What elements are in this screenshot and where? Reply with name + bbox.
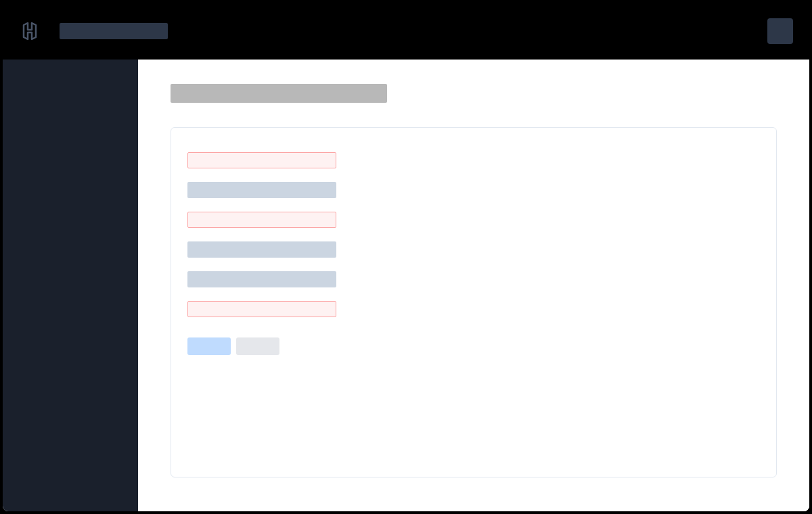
sidebar bbox=[3, 60, 138, 511]
form-field-error[interactable] bbox=[187, 301, 336, 317]
form-rows bbox=[187, 152, 760, 317]
menu-button[interactable] bbox=[767, 18, 793, 44]
page-title bbox=[171, 84, 387, 103]
header bbox=[3, 3, 809, 60]
form-card bbox=[171, 127, 777, 477]
form-field[interactable] bbox=[187, 182, 336, 198]
form-field[interactable] bbox=[187, 271, 336, 287]
header-left bbox=[19, 20, 168, 42]
body bbox=[3, 60, 809, 511]
button-row bbox=[187, 337, 760, 355]
hashicorp-logo-icon[interactable] bbox=[19, 20, 41, 42]
primary-button[interactable] bbox=[187, 337, 231, 355]
form-field-error[interactable] bbox=[187, 152, 336, 168]
main-content bbox=[138, 60, 809, 511]
app-title bbox=[60, 23, 168, 39]
secondary-button[interactable] bbox=[236, 337, 279, 355]
form-field[interactable] bbox=[187, 241, 336, 258]
app-window bbox=[3, 3, 809, 511]
form-field-error[interactable] bbox=[187, 212, 336, 228]
